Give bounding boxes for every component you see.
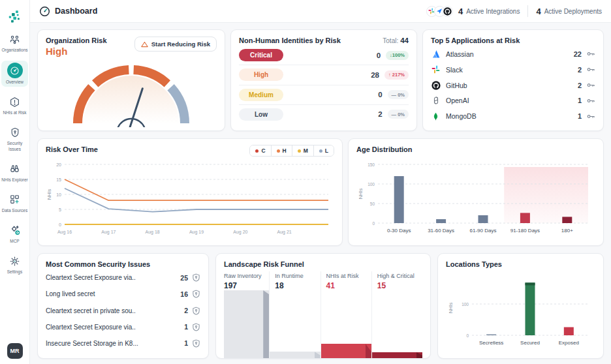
- legend-dot: [255, 149, 258, 153]
- app-risk-count: 2: [578, 82, 582, 89]
- locations-types-title: Locations Types: [446, 260, 595, 268]
- legend-item-c[interactable]: C: [250, 145, 270, 156]
- svg-text:Secured: Secured: [520, 340, 540, 346]
- legend-dot: [298, 149, 301, 153]
- shield-icon: [192, 273, 200, 282]
- sidebar-item-nhis-at-risk[interactable]: NHIs at Risk: [1, 93, 28, 117]
- sidebar-item-mcp[interactable]: MCP: [1, 221, 28, 246]
- app-rows: Atlassian22Slack2GitHub2OpenAI1MongoDB1: [431, 46, 595, 124]
- nhi-row-medium: Medium0— 0%: [239, 85, 409, 104]
- organizations-icon: [8, 32, 22, 46]
- risk-pill-high[interactable]: High: [239, 68, 283, 81]
- issue-row[interactable]: Long lived secret16: [46, 286, 200, 302]
- svg-text:NHIs: NHIs: [448, 302, 454, 313]
- issue-label: Cleartext Secret Exposure via..: [46, 324, 180, 331]
- app-row-openai[interactable]: OpenAI1: [431, 93, 595, 108]
- issue-count: 16: [180, 290, 188, 298]
- funnel-block: [224, 290, 269, 358]
- funnel-block-area: [270, 290, 320, 358]
- funnel-stage-label: Raw Inventory: [224, 273, 269, 279]
- age-distribution-card: Age Distribution 050100150NHIs0-30 Days3…: [348, 138, 604, 246]
- app-name: Atlassian: [446, 50, 474, 58]
- risk-pill-medium[interactable]: Medium: [239, 89, 283, 101]
- nhis-at-risk-icon: [8, 95, 22, 109]
- github-logo-icon: [431, 80, 441, 90]
- sidebar-item-settings[interactable]: Settings: [1, 252, 28, 277]
- svg-text:100: 100: [462, 302, 469, 307]
- start-reducing-risk-button[interactable]: Start Reducing Risk: [134, 37, 217, 52]
- sidebar-item-nhis-explorer[interactable]: NHIs Explorer: [1, 160, 28, 185]
- funnel-stage-value: 18: [275, 281, 320, 290]
- page-title: Dashboard: [55, 7, 97, 16]
- risk-over-time-card: Risk Over Time CHML 05101520NHIsAug 16Au…: [37, 138, 343, 246]
- sidebar-item-label: Overview: [6, 80, 24, 85]
- app-row-atlassian[interactable]: Atlassian22: [431, 46, 595, 62]
- svg-text:0: 0: [466, 333, 469, 338]
- brand-logo-icon: [8, 9, 22, 23]
- svg-text:31-60 Days: 31-60 Days: [428, 228, 454, 234]
- issue-row[interactable]: Cleartext Secret Exposure via..1: [46, 319, 200, 335]
- mcp-icon: [8, 223, 22, 237]
- svg-text:15: 15: [56, 177, 61, 181]
- issue-count: 1: [184, 323, 188, 331]
- issue-label: Cleartext Secret Exposure via..: [46, 274, 176, 281]
- funnel-columns: Raw Inventory197In Runtime18NHIs at Risk…: [224, 271, 422, 358]
- key-icon: [587, 98, 595, 104]
- app-risk-count: 1: [578, 97, 582, 104]
- issue-row[interactable]: Cleartext secret in private sou..2: [46, 302, 200, 318]
- legend-item-l[interactable]: L: [313, 145, 334, 156]
- app-row-mongodb[interactable]: MongoDB1: [431, 108, 595, 124]
- risk-pill-critical[interactable]: Critical: [239, 49, 283, 61]
- issue-count: 1: [184, 339, 188, 347]
- shield-icon: [192, 307, 200, 315]
- key-icon: [587, 67, 595, 72]
- nhi-by-risk-title: Non-Human Identities by Risk: [239, 37, 341, 44]
- user-avatar[interactable]: MR: [7, 343, 23, 359]
- funnel-stage-in-runtime: In Runtime18: [269, 271, 320, 358]
- svg-text:150: 150: [368, 162, 375, 166]
- legend-dot: [319, 149, 322, 153]
- funnel-block-area: [372, 290, 422, 358]
- header-divider: [527, 5, 528, 17]
- svg-text:Aug 16: Aug 16: [57, 230, 72, 235]
- age-distribution-title: Age Distribution: [356, 145, 595, 153]
- organization-risk-level: High: [46, 46, 107, 57]
- app-risk-count: 22: [574, 50, 582, 58]
- legend-item-m[interactable]: M: [292, 145, 313, 156]
- github-icon: [442, 6, 453, 17]
- integration-badges[interactable]: [426, 6, 453, 17]
- main-content: Organization Risk High Start Reducing Ri…: [30, 23, 611, 364]
- issue-row[interactable]: Cleartext Secret Exposure via..25: [46, 269, 200, 286]
- sidebar-item-label: Organizations: [1, 48, 27, 53]
- nhi-total: Total:44: [383, 37, 409, 44]
- svg-text:Aug 20: Aug 20: [233, 230, 247, 235]
- sidebar-item-security-issues[interactable]: Security Issues: [1, 123, 28, 153]
- svg-text:Aug 19: Aug 19: [189, 230, 204, 235]
- svg-text:20: 20: [56, 162, 61, 166]
- slack-logo-icon: [431, 65, 441, 74]
- svg-text:Exposed: Exposed: [558, 340, 578, 346]
- app-risk-count: 1: [578, 112, 582, 120]
- shield-icon: [192, 323, 200, 331]
- active-deployments-label: Active Deployments: [544, 8, 602, 15]
- funnel-stage-raw-inventory: Raw Inventory197: [224, 271, 269, 358]
- risk-pill-low[interactable]: Low: [239, 108, 283, 121]
- shield-icon: [192, 339, 200, 348]
- funnel-stage-label: In Runtime: [275, 273, 320, 279]
- sidebar-item-overview[interactable]: Overview: [1, 61, 28, 87]
- svg-text:91-180 Days: 91-180 Days: [510, 228, 540, 234]
- sidebar-item-label: NHIs at Risk: [3, 110, 26, 115]
- funnel-stage-label: High & Critical: [377, 273, 422, 279]
- locations-types-chart: 0100NHIsSecretlessSecuredExposed: [443, 272, 598, 356]
- sidebar-item-data-sources[interactable]: Data Sources: [1, 190, 28, 215]
- nhi-row-low: Low2— 0%: [239, 104, 409, 124]
- dashboard-gauge-icon: [39, 6, 50, 17]
- funnel-block-bevel: [366, 344, 371, 358]
- app-row-slack[interactable]: Slack2: [431, 62, 595, 78]
- security-issues-title: Most Common Security Issues: [46, 260, 200, 268]
- issue-row[interactable]: Insecure Secret Storage in K8...1: [46, 335, 200, 352]
- legend-item-h[interactable]: H: [271, 145, 292, 156]
- top-bar: Dashboard: [30, 0, 611, 23]
- app-row-github[interactable]: GitHub2: [431, 78, 595, 93]
- sidebar-item-organizations[interactable]: Organizations: [1, 30, 28, 55]
